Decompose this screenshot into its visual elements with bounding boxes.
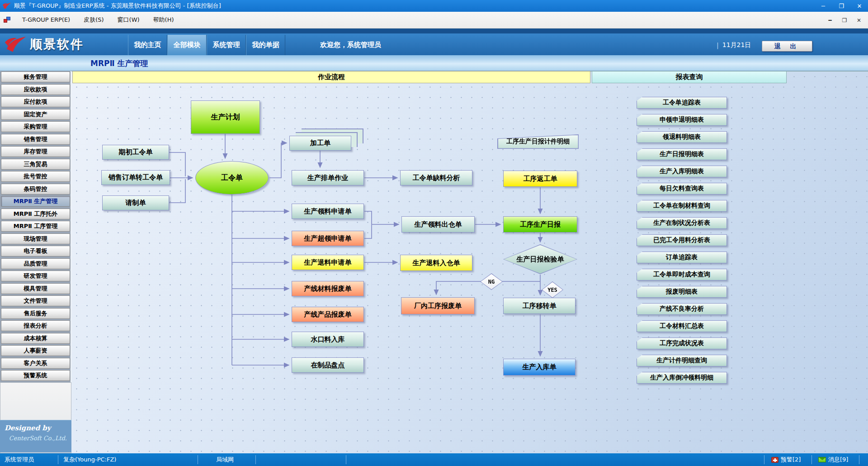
sidebar-item[interactable]: 批号管控 (1, 171, 70, 182)
maximize-icon[interactable]: ❐ (837, 3, 845, 10)
sidebar-item[interactable]: 人事薪资 (1, 345, 70, 356)
sidebar-item[interactable]: 现场管理 (1, 233, 70, 244)
sidebar-item[interactable]: 售后服务 (1, 308, 70, 319)
flow-node-line-material-scrap[interactable]: 产线材料报废单 (292, 281, 364, 296)
sidebar-item[interactable]: 应收款项 (1, 84, 70, 95)
status-messages[interactable]: 消息[9] (818, 453, 848, 466)
sidebar-item[interactable]: 品质管理 (1, 258, 70, 269)
alert-icon (771, 457, 778, 463)
flow-node-over-requisition[interactable]: 生产超领申请单 (292, 231, 364, 246)
report-button[interactable]: 工令单在制材料查询 (637, 200, 727, 212)
flow-node-inplant-process-scrap[interactable]: 厂内工序报废单 (401, 297, 475, 314)
exit-button[interactable]: 退 出 (762, 41, 812, 52)
sidebar-item[interactable]: 固定资产 (1, 109, 70, 120)
title-bar: 顺景『T-GROUP』制造业ERP系统 - 东莞顺景软件科技有限公司 - [系统… (0, 0, 868, 12)
sidebar-item[interactable]: 研发管理 (1, 271, 70, 281)
flow-node-process-rework-order[interactable]: 工序返工单 (503, 171, 577, 187)
status-bar: 系统管理员 复杂(Young-PC:FZ) 局域网 预警[2] 消息[9] (0, 453, 868, 466)
divider: | (717, 42, 719, 49)
sidebar-item[interactable]: 预警系统 (1, 370, 70, 381)
menu-bar: T-GROUP ERP(E)皮肤(S)窗口(W)帮助(H) (0, 12, 868, 29)
designed-by-text: Designed by (5, 424, 67, 432)
report-button[interactable]: 领退料明细表 (637, 131, 727, 143)
brand-swoosh-icon (4, 35, 27, 54)
menu-item[interactable]: T-GROUP ERP(E) (15, 12, 77, 28)
report-button[interactable]: 生产入库倒冲领料明细 (637, 372, 727, 384)
report-button[interactable]: 申领申退明细表 (637, 114, 727, 126)
tab-系统管理[interactable]: 系统管理 (207, 35, 246, 55)
brand-logo: 顺景软件 (4, 35, 84, 54)
flow-node-wip-stocktake[interactable]: 在制品盘点 (292, 357, 364, 373)
mdi-restore-icon[interactable]: ❐ (841, 17, 848, 24)
sidebar-item[interactable]: 销售管理 (1, 134, 70, 145)
flow-node-production-inbound-order[interactable]: 生产入库单 (503, 359, 576, 376)
flow-node-line-product-scrap[interactable]: 产线产品报废单 (292, 307, 364, 322)
workflow-header: 作业流程 (72, 71, 590, 83)
report-button[interactable]: 产线不良率分析 (637, 303, 727, 315)
flow-node-production-scheduling[interactable]: 生产排单作业 (292, 170, 364, 185)
date-display: | 11月21日 (717, 35, 751, 55)
sidebar-item[interactable]: 文件管理 (1, 295, 70, 306)
flow-node-opening-work-order[interactable]: 期初工令单 (102, 145, 169, 160)
flow-node-work-order[interactable]: 工令单 (195, 161, 269, 195)
menu-item[interactable]: 皮肤(S) (77, 12, 110, 28)
report-button[interactable]: 生产计件明细查询 (637, 355, 727, 366)
sidebar-item[interactable]: MRPⅡ 工序托外 (1, 209, 70, 219)
sidebar-item[interactable]: 成本核算 (1, 333, 70, 344)
flow-node-work-order-shortage-analysis[interactable]: 工令单缺料分析 (400, 170, 472, 185)
sidebar-item[interactable]: 报表分析 (1, 320, 70, 331)
report-button[interactable]: 生产日报明细表 (637, 148, 727, 160)
flow-node-material-issue-out[interactable]: 生产领料出仓单 (401, 216, 475, 233)
menu-item[interactable]: 窗口(W) (111, 12, 146, 28)
app-logo-icon (2, 2, 11, 10)
sidebar-item[interactable]: 客户关系 (1, 358, 70, 369)
designed-by-panel: Designed by CenterSoft Co.,Ltd. (0, 420, 71, 452)
report-button[interactable]: 已完工令用料分析表 (637, 234, 727, 246)
sidebar-item[interactable]: MRPⅡ 生产管理 (1, 196, 70, 207)
sidebar-item[interactable]: 模具管理 (1, 283, 70, 294)
flow-node-material-return-in[interactable]: 生产退料入仓单 (400, 255, 472, 271)
sidebar-item[interactable]: 三角贸易 (1, 159, 70, 170)
sidebar-item[interactable]: 库存管理 (1, 146, 70, 157)
report-button[interactable]: 报废明细表 (637, 286, 727, 298)
flow-node-material-requisition[interactable]: 生产领料申请单 (292, 204, 364, 219)
flow-node-production-plan[interactable]: 生产计划 (191, 100, 260, 134)
status-user: 系统管理员 (5, 453, 34, 466)
close-icon[interactable]: ✕ (855, 3, 863, 10)
flow-node-request-order[interactable]: 请制单 (102, 195, 169, 210)
mdi-minimize-icon[interactable]: ━ (826, 17, 834, 24)
sidebar-item[interactable]: 账务管理 (1, 71, 70, 82)
tab-全部模块[interactable]: 全部模块 (167, 35, 207, 55)
report-button[interactable]: 每日欠料查询表 (637, 183, 727, 195)
reports-header: 报表查询 (592, 71, 787, 83)
page-title: MRPⅡ 生产管理 (90, 58, 148, 69)
report-button[interactable]: 订单追踪表 (637, 252, 727, 263)
flow-node-material-return-request[interactable]: 生产退料申请单 (292, 255, 364, 270)
brand-name: 顺景软件 (30, 36, 84, 52)
menu-item[interactable]: 帮助(H) (146, 12, 181, 28)
report-button[interactable]: 工令单即时成本查询 (637, 269, 727, 281)
flow-node-process-daily-report[interactable]: 工序生产日报 (503, 216, 577, 233)
window-title: 顺景『T-GROUP』制造业ERP系统 - 东莞顺景软件科技有限公司 - [系统… (14, 2, 221, 10)
flow-node-process-transfer-order[interactable]: 工序移转单 (503, 298, 576, 314)
report-button[interactable]: 工令材料汇总表 (637, 320, 727, 332)
status-alerts[interactable]: 预警[2] (771, 453, 801, 466)
tab-我的主页[interactable]: 我的主页 (128, 35, 167, 55)
sidebar-item[interactable]: MRPⅡ 工序管理 (1, 221, 70, 232)
status-workstation: 复杂(Young-PC:FZ) (63, 453, 116, 466)
report-button[interactable]: 生产在制状况分析表 (637, 217, 727, 229)
status-network: 局域网 (216, 453, 234, 466)
sidebar-item[interactable]: 电子看板 (1, 246, 70, 257)
report-button[interactable]: 生产入库明细表 (637, 166, 727, 177)
sidebar-item[interactable]: 采购管理 (1, 121, 70, 132)
report-button[interactable]: 工序完成状况表 (637, 338, 727, 349)
report-button[interactable]: 工令单追踪表 (637, 97, 727, 109)
minimize-icon[interactable]: ─ (819, 3, 827, 10)
sidebar-item[interactable]: 应付款项 (1, 96, 70, 107)
flow-node-processing-order[interactable]: 加工单 (289, 136, 351, 151)
sidebar-item[interactable]: 条码管控 (1, 184, 70, 195)
mdi-close-icon[interactable]: ✕ (855, 17, 863, 24)
tab-我的单据[interactable]: 我的单据 (246, 35, 285, 55)
flow-node-sprue-material-inbound[interactable]: 水口料入库 (292, 332, 364, 347)
flow-node-sales-order-to-work-order[interactable]: 销售订单转工令单 (101, 170, 170, 185)
